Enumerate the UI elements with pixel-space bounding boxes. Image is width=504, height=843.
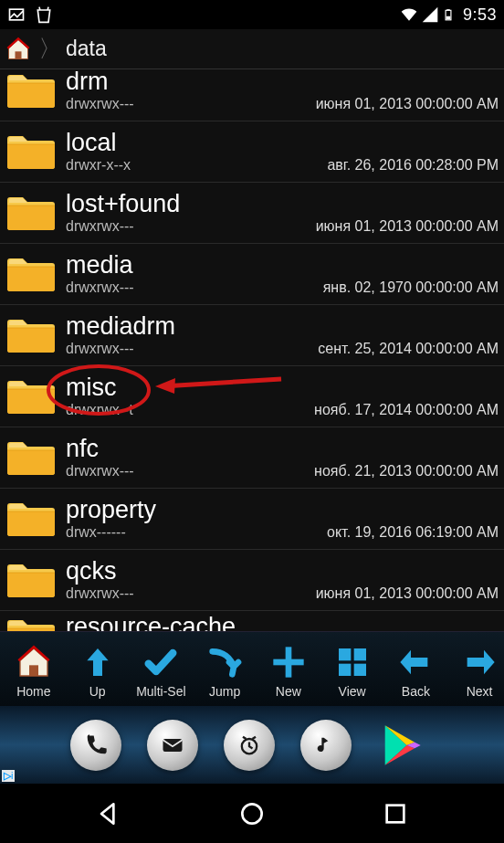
folder-perms: drwx------ (66, 524, 126, 541)
svg-rect-15 (163, 739, 183, 752)
path-bar[interactable]: 〉 data (0, 29, 504, 69)
next-icon (461, 642, 498, 682)
nav-recent-button[interactable] (377, 796, 414, 832)
folder-perms: drwxrwx--- (66, 96, 134, 112)
folder-item-property[interactable]: property drwx------ окт. 19, 2016 06:19:… (0, 489, 504, 550)
folder-item-mediadrm[interactable]: mediadrm drwxrwx--- сент. 25, 2014 00:00… (0, 305, 504, 366)
file-list[interactable]: drm drwxrwx--- июня 01, 2013 00:00:00 AM… (0, 69, 504, 631)
nav-back-button[interactable] (90, 796, 127, 832)
svg-rect-2 (446, 9, 450, 10)
home-icon (16, 642, 52, 682)
wifi-icon (400, 5, 418, 24)
folder-item-lost+found[interactable]: lost+found drwxrwx--- июня 01, 2013 00:0… (0, 183, 504, 244)
folder-perms: drwxrwx--- (66, 585, 134, 602)
folder-perms: drwxrwx--- (66, 341, 134, 357)
system-nav-bar (0, 784, 504, 843)
nav-home-button[interactable] (234, 796, 270, 832)
toolbar-jump-button[interactable]: Jump (193, 636, 257, 704)
ad-mail-icon[interactable] (147, 720, 198, 771)
folder-item-local[interactable]: local drwxr-x--x авг. 26, 2016 00:28:00 … (0, 121, 504, 183)
toolbar-multisel-button[interactable]: Multi-Sel (130, 636, 194, 704)
svg-rect-12 (353, 648, 365, 660)
folder-date: сент. 25, 2014 00:00:00 AM (318, 341, 499, 357)
folder-item-nfc[interactable]: nfc drwxrwx--- нояб. 21, 2013 00:00:00 A… (0, 427, 504, 489)
svg-rect-11 (339, 648, 351, 660)
view-icon (334, 642, 371, 682)
folder-name: local (66, 130, 499, 155)
folder-date: янв. 02, 1970 00:00:00 AM (323, 279, 499, 296)
folder-perms: drwxrwx--- (66, 279, 134, 296)
folder-date: июня 01, 2013 00:00:00 AM (316, 96, 499, 112)
toolbar-back-button[interactable]: Back (384, 636, 448, 704)
svg-rect-13 (339, 663, 351, 675)
status-time: 9:53 (463, 5, 497, 25)
toolbar-label: Up (89, 684, 106, 699)
folder-item-qcks[interactable]: qcks drwxrwx--- июня 01, 2013 00:00:00 A… (0, 550, 504, 611)
toolbar-label: Home (16, 684, 50, 699)
folder-date: авг. 26, 2016 00:28:00 PM (327, 157, 499, 174)
folder-name: misc (66, 374, 499, 400)
ad-play-store-icon[interactable] (377, 722, 425, 769)
svg-rect-0 (10, 9, 24, 20)
folder-name: media (66, 252, 499, 278)
folder-name: mediadrm (66, 313, 499, 339)
folder-date: окт. 19, 2016 06:19:00 AM (327, 524, 499, 541)
folder-name: property (66, 497, 499, 522)
path-separator: 〉 (38, 33, 62, 65)
ad-banner[interactable]: ▷i (0, 706, 504, 784)
folder-name: drm (66, 69, 499, 94)
signal-icon (421, 5, 439, 24)
svg-rect-3 (446, 16, 451, 20)
svg-rect-10 (273, 659, 303, 665)
svg-point-17 (242, 804, 261, 823)
folder-item-drm[interactable]: drm drwxrwx--- июня 01, 2013 00:00:00 AM (0, 69, 504, 121)
folder-name: qcks (66, 558, 499, 584)
folder-perms: drwxrwx--- (66, 463, 134, 479)
image-notification-icon (7, 5, 26, 24)
toolbar-label: View (339, 684, 366, 699)
ad-music-icon[interactable] (300, 720, 352, 771)
folder-item-misc[interactable]: misc drwxrwx--t нояб. 17, 2014 00:00:00 … (0, 366, 504, 427)
folder-item-media[interactable]: media drwxrwx--- янв. 02, 1970 00:00:00 … (0, 244, 504, 305)
toolbar-home-button[interactable]: Home (2, 636, 66, 704)
folder-name: resource-cache (66, 614, 499, 631)
store-notification-icon (35, 5, 53, 24)
toolbar-view-button[interactable]: View (320, 636, 384, 704)
up-icon (79, 642, 116, 682)
folder-name: lost+found (66, 191, 499, 216)
battery-icon (442, 5, 455, 24)
folder-perms: drwxrwx--t (66, 402, 133, 418)
toolbar-new-button[interactable]: New (257, 636, 320, 704)
folder-name: nfc (66, 436, 499, 461)
svg-rect-14 (353, 663, 365, 675)
toolbar-label: Multi-Sel (136, 684, 185, 699)
folder-item-resource-cache[interactable]: resource-cache drwxrwx--- июня 01, 2013 … (0, 611, 504, 631)
multisel-icon (142, 642, 179, 682)
toolbar-label: Next (467, 684, 493, 699)
new-icon (270, 642, 307, 682)
folder-perms: drwxr-x--x (66, 157, 131, 174)
path-home-icon[interactable] (5, 37, 31, 62)
folder-date: нояб. 17, 2014 00:00:00 AM (314, 402, 499, 418)
toolbar-label: Back (402, 684, 430, 699)
folder-date: июня 01, 2013 00:00:00 AM (316, 218, 499, 235)
svg-rect-4 (16, 51, 22, 58)
toolbar-label: New (276, 684, 301, 699)
toolbar-label: Jump (209, 684, 240, 699)
toolbar-next-button[interactable]: Next (447, 636, 504, 704)
jump-icon (206, 642, 243, 682)
back-icon (397, 642, 434, 682)
svg-rect-18 (387, 805, 404, 822)
folder-date: нояб. 21, 2013 00:00:00 AM (314, 463, 499, 479)
svg-rect-8 (29, 665, 38, 676)
toolbar-up-button[interactable]: Up (66, 636, 130, 704)
path-current[interactable]: data (66, 37, 107, 61)
ad-clock-icon[interactable] (224, 720, 275, 771)
status-bar: 9:53 (0, 0, 504, 29)
toolbar: Home Up Multi-Sel Jump New View Back Nex… (0, 631, 504, 706)
folder-date: июня 01, 2013 00:00:00 AM (316, 585, 499, 602)
folder-perms: drwxrwx--- (66, 218, 134, 235)
ad-phone-icon[interactable] (70, 720, 121, 771)
ad-info-badge[interactable]: ▷i (2, 770, 15, 782)
